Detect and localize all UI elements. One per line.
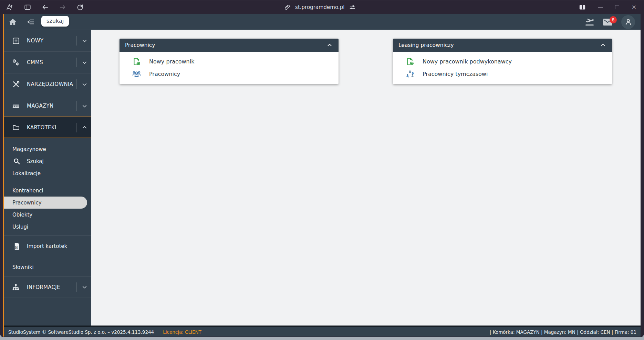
kartoteki-submenu: Magazynowe Szukaj Lokalizacje Kontrahenc…: [4, 138, 91, 276]
panel-header[interactable]: Pracownicy: [120, 39, 339, 52]
sidebar-item-label: Pracownicy: [12, 200, 42, 206]
back-icon[interactable]: [41, 3, 49, 11]
sidebar-item-szukaj[interactable]: Szukaj: [4, 155, 91, 167]
sidebar-item-slowniki[interactable]: Słowniki: [4, 260, 91, 275]
content-area: Pracownicy: [91, 30, 641, 326]
menu-item-pracownicy[interactable]: Pracownicy: [120, 68, 339, 80]
app-toolbar: szukaj 8: [4, 14, 641, 30]
home-icon[interactable]: [8, 18, 17, 27]
divider: [4, 182, 91, 182]
mail-badge: 8: [610, 16, 617, 23]
reload-icon[interactable]: [76, 4, 84, 11]
maximize-button[interactable]: [615, 5, 619, 9]
chevron-down-icon[interactable]: [76, 36, 88, 46]
sidebar-item-narzedziownia[interactable]: NARZĘDZIOWNIA: [4, 73, 91, 95]
sidebar-item-label: INFORMACJE: [27, 284, 60, 290]
sidebar-item-label: Import kartotek: [27, 243, 67, 249]
sidebar-item-uslugi[interactable]: Usługi: [4, 221, 91, 233]
sidebar-item-label: NOWY: [27, 38, 43, 44]
sidebar-item-label: Kontrahenci: [12, 188, 43, 194]
plane-departure-icon[interactable]: [585, 18, 594, 26]
tools-icon: [11, 80, 20, 88]
app-root: szukaj 8: [3, 14, 641, 337]
gears-icon: [11, 58, 20, 67]
people-icon: [131, 69, 142, 79]
browser-window: st.programdemo.pl ✕: [0, 0, 644, 337]
sidebar-item-nowy[interactable]: NOWY: [4, 30, 91, 51]
browser-titlebar: st.programdemo.pl ✕: [0, 0, 644, 14]
sidebar-item-pracownicy[interactable]: Pracownicy: [4, 197, 87, 209]
sidebar-item-kontrahenci[interactable]: Kontrahenci: [4, 184, 91, 197]
sitemap-icon: [11, 283, 20, 291]
minimize-button[interactable]: [598, 7, 603, 8]
sidebar-item-label: Szukaj: [27, 158, 44, 164]
chevron-down-icon[interactable]: [76, 101, 88, 111]
panel-pracownicy: Pracownicy: [120, 39, 339, 84]
sidebar-item-label: CMMS: [27, 59, 43, 66]
panel-title: Pracownicy: [125, 42, 155, 48]
panel-title: Leasing pracowniczy: [398, 42, 454, 48]
menu-item-label: Pracownicy tymczasowi: [423, 71, 488, 77]
status-bar: StudioSystem © SoftwareStudio Sp. z o.o.…: [4, 326, 641, 337]
sidebar-toggle-icon[interactable]: [24, 3, 31, 11]
url-text: st.programdemo.pl: [295, 4, 344, 10]
app-version-text: StudioSystem © SoftwareStudio Sp. z o.o.…: [8, 329, 154, 335]
person-icon: [624, 18, 633, 26]
forward-icon[interactable]: [59, 3, 66, 11]
chevron-down-icon[interactable]: [76, 79, 88, 89]
split-view-icon[interactable]: [579, 4, 586, 10]
sidebar-item-obiekty[interactable]: Obiekty: [4, 209, 91, 221]
document-add-icon: [405, 57, 415, 66]
search-tooltip[interactable]: szukaj: [41, 16, 69, 27]
sidebar-item-magazyn[interactable]: MAGAZYN: [4, 95, 91, 117]
sidebar-item-label: Obiekty: [12, 212, 32, 218]
sidebar-item-magazynowe[interactable]: Magazynowe: [4, 143, 91, 155]
sidebar-item-label: Usługi: [12, 224, 28, 230]
chevron-up-icon[interactable]: [76, 123, 88, 132]
search-icon: [12, 157, 21, 165]
menu-item-pracownicy-tymczasowi[interactable]: Pracownicy tymczasowi: [393, 68, 612, 80]
sidebar-item-label: Magazynowe: [12, 146, 46, 152]
menu-item-label: Nowy pracownik podwykonawcy: [423, 58, 512, 65]
menu-item-label: Pracownicy: [149, 71, 180, 77]
menu-collapse-icon[interactable]: [27, 18, 35, 26]
sidebar-item-import-kartotek[interactable]: x Import kartotek: [4, 238, 91, 254]
document-add-icon: [131, 57, 142, 66]
panel-header[interactable]: Leasing pracowniczy: [393, 39, 612, 52]
context-info-text: | Komórka: MAGAZYN | Magazyn: MN | Oddzi…: [490, 329, 636, 335]
sidebar-item-label: Lokalizacje: [12, 170, 41, 177]
sidebar-item-cmms[interactable]: CMMS: [4, 51, 91, 73]
chevron-up-icon[interactable]: [600, 42, 606, 49]
menu-item-nowy-pracownik-podwykonawcy[interactable]: Nowy pracownik podwykonawcy: [393, 55, 612, 68]
file-excel-icon: x: [12, 242, 21, 250]
user-menu-button[interactable]: [621, 15, 635, 29]
divider: [4, 257, 91, 257]
divider: [4, 235, 91, 236]
folder-icon: [11, 123, 20, 131]
sidebar-item-label: Słowniki: [12, 264, 34, 270]
chevron-up-icon[interactable]: [326, 42, 333, 49]
chevron-down-icon[interactable]: [76, 282, 88, 292]
sidebar-item-label: NARZĘDZIOWNIA: [27, 81, 73, 87]
svg-text:x: x: [16, 246, 18, 249]
panel-leasing-pracowniczy: Leasing pracowniczy: [393, 39, 612, 84]
menu-item-label: Nowy pracownik: [149, 58, 194, 65]
sliders-icon[interactable]: [349, 4, 356, 11]
sidebar-item-label: KARTOTEKI: [27, 124, 56, 131]
plus-square-icon: [11, 37, 20, 45]
pallet-icon: [11, 102, 20, 110]
sidebar-item-label: MAGAZYN: [27, 103, 54, 109]
license-text: Licencja: CLIENT: [163, 329, 201, 335]
chevron-down-icon[interactable]: [76, 58, 88, 67]
browser-logo-icon[interactable]: [6, 3, 14, 11]
menu-item-nowy-pracownik[interactable]: Nowy pracownik: [120, 55, 339, 68]
sidebar-item-kartoteki[interactable]: KARTOTEKI: [4, 117, 91, 138]
people-rotate-icon: [405, 69, 415, 79]
sidebar-item-lokalizacje[interactable]: Lokalizacje: [4, 167, 91, 179]
sidebar-item-informacje[interactable]: INFORMACJE: [4, 276, 91, 298]
link-icon: [284, 4, 291, 11]
address-bar[interactable]: st.programdemo.pl: [284, 0, 356, 14]
mail-icon[interactable]: 8: [603, 19, 612, 26]
sidebar: NOWY CMMS: [4, 30, 91, 326]
close-button[interactable]: ✕: [632, 4, 636, 10]
